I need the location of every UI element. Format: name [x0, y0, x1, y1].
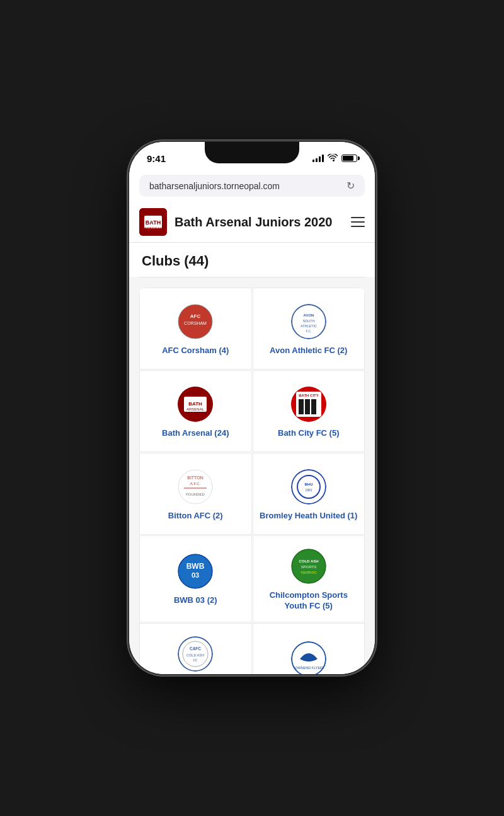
- svg-text:FC: FC: [193, 658, 198, 662]
- list-item[interactable]: BWB03 BWB 03 (2): [139, 535, 252, 622]
- list-item[interactable]: BITTONA.F.C.FOUNDED Bitton AFC (2): [139, 453, 252, 535]
- club-logo: AVONSOUTHATHLETICF.C.: [291, 304, 326, 339]
- battery-icon: [341, 154, 357, 162]
- list-item[interactable]: BATH CITY Bath City FC (5): [253, 370, 365, 452]
- club-name: Bitton AFC (2): [168, 511, 223, 522]
- svg-text:COLD ASH: COLD ASH: [299, 559, 318, 563]
- section-title: Clubs (44): [142, 253, 209, 269]
- list-item[interactable]: AFCCORSHAM AFC Corsham (4): [139, 288, 252, 370]
- svg-text:BATH: BATH: [188, 401, 202, 407]
- signal-bars-icon: [312, 154, 324, 162]
- svg-rect-20: [311, 399, 316, 414]
- club-logo-header: BATH ARSENAL: [139, 208, 167, 236]
- club-name: Bath City FC (5): [278, 428, 340, 439]
- hamburger-menu-button[interactable]: [351, 217, 365, 227]
- club-logo: BHU1961: [291, 469, 326, 504]
- svg-text:ATHLETIC: ATHLETIC: [301, 324, 317, 328]
- club-logo: BATHARSENAL: [178, 387, 213, 422]
- wifi-icon: [328, 154, 338, 163]
- status-icons: [312, 154, 357, 163]
- hamburger-line: [351, 226, 365, 227]
- svg-text:FOUNDED: FOUNDED: [186, 493, 205, 496]
- svg-text:1961: 1961: [305, 488, 312, 492]
- club-logo: AFCCORSHAM: [178, 304, 213, 339]
- page-title: Bath Arsenal Juniors 2020: [175, 215, 351, 230]
- svg-text:AVON: AVON: [303, 313, 314, 317]
- section-header: Clubs (44): [129, 243, 375, 277]
- svg-text:CORSHAM: CORSHAM: [184, 321, 207, 325]
- svg-text:F.C.: F.C.: [306, 329, 311, 333]
- club-logo: COLD ASHSPORTSYOUTH FC: [291, 549, 326, 584]
- club-logo: DOWNEND FLYERS: [291, 641, 326, 674]
- address-bar-container: batharsenaljuniors.torneopal.com ↻: [129, 170, 375, 202]
- club-name: BWB 03 (2): [174, 595, 217, 606]
- svg-text:BWB: BWB: [186, 562, 205, 571]
- address-bar[interactable]: batharsenaljuniors.torneopal.com ↻: [139, 175, 365, 197]
- bath-arsenal-logo-icon: BATH ARSENAL: [139, 208, 167, 236]
- club-logo: BATH CITY: [291, 387, 326, 422]
- notch: [205, 142, 299, 163]
- svg-text:BHU: BHU: [304, 482, 312, 486]
- status-time: 9:41: [147, 153, 166, 164]
- svg-text:COLD ASH: COLD ASH: [186, 653, 204, 657]
- svg-rect-18: [299, 399, 304, 414]
- phone-screen: 9:41: [129, 142, 375, 674]
- svg-text:DOWNEND FLYERS: DOWNEND FLYERS: [292, 666, 325, 670]
- url-text: batharsenaljuniors.torneopal.com: [149, 181, 280, 191]
- svg-text:ARSENAL: ARSENAL: [144, 226, 163, 230]
- svg-text:CAFC: CAFC: [190, 646, 201, 651]
- club-logo: CAFCCOLD ASHFC: [178, 636, 213, 672]
- list-item[interactable]: BATHARSENAL Bath Arsenal (24): [139, 370, 252, 452]
- club-name: Avon Athletic FC (2): [270, 346, 347, 356]
- club-name: Chilcompton Sports Youth FC (5): [260, 590, 358, 612]
- list-item[interactable]: COLD ASHSPORTSYOUTH FC Chilcompton Sport…: [253, 535, 365, 622]
- svg-text:BATH CITY: BATH CITY: [299, 393, 319, 397]
- svg-text:SPORTS: SPORTS: [301, 565, 316, 569]
- section-divider: [139, 277, 365, 277]
- svg-text:03: 03: [192, 571, 199, 579]
- svg-text:ARSENAL: ARSENAL: [186, 407, 205, 411]
- club-name: AFC Corsham (4): [162, 346, 229, 356]
- list-item[interactable]: AVONSOUTHATHLETICF.C. Avon Athletic FC (…: [253, 288, 365, 370]
- svg-text:A.F.C.: A.F.C.: [190, 482, 201, 486]
- hamburger-line: [351, 221, 365, 223]
- svg-text:YOUTH FC: YOUTH FC: [301, 571, 317, 574]
- club-logo: BITTONA.F.C.FOUNDED: [178, 469, 213, 504]
- phone-frame: 9:41: [129, 142, 375, 674]
- list-item[interactable]: BHU1961 Bromley Heath United (1): [253, 453, 365, 535]
- club-name: Bath Arsenal (24): [162, 428, 229, 439]
- svg-text:SOUTH: SOUTH: [302, 319, 314, 323]
- main-content: Clubs (44) AFCCORSHAM AFC Corsham (4) AV…: [129, 243, 375, 674]
- list-item[interactable]: CAFCCOLD ASHFC Cold Ash Boys and Girls F…: [139, 623, 252, 674]
- list-item[interactable]: DOWNEND FLYERS Downend Flyers FC (2): [253, 623, 365, 674]
- refresh-icon[interactable]: ↻: [346, 180, 355, 192]
- clubs-grid: AFCCORSHAM AFC Corsham (4) AVONSOUTHATHL…: [139, 288, 365, 674]
- svg-rect-19: [305, 399, 310, 414]
- hamburger-line: [351, 217, 365, 218]
- club-logo: BWB03: [178, 554, 213, 589]
- svg-text:BITTON: BITTON: [187, 475, 203, 480]
- club-name: Bromley Heath United (1): [260, 511, 357, 522]
- svg-text:AFC: AFC: [190, 313, 201, 319]
- svg-text:BATH: BATH: [146, 219, 161, 226]
- app-header: BATH ARSENAL Bath Arsenal Juniors 2020: [129, 202, 375, 243]
